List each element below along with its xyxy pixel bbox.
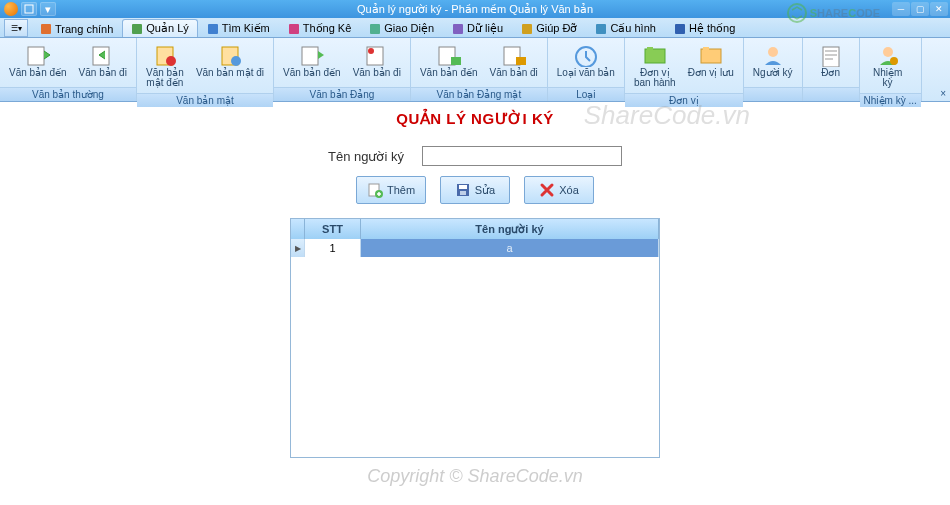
svg-point-13 (166, 56, 176, 66)
doc-icon (500, 43, 528, 67)
delete-icon (539, 182, 555, 198)
center-watermark: ShareCode.vn (584, 100, 750, 131)
ribbon-group: Văn bản đếnVăn bản điVăn bản Đảng mật (411, 38, 548, 101)
svg-point-31 (890, 57, 898, 65)
row-indicator-icon: ▶ (291, 239, 305, 257)
ribbon-group: Văn bảnmật đếnVăn bản mật điVăn bản mật (137, 38, 274, 101)
doc-icon (89, 43, 117, 67)
window-title: Quản lý người ký - Phần mềm Quản lý Văn … (357, 3, 593, 16)
svg-point-18 (368, 48, 374, 54)
tab-hệ-thống[interactable]: Hệ thống (665, 19, 744, 37)
tab-giúp-đỡ[interactable]: Giúp Đỡ (512, 19, 586, 37)
svg-rect-8 (596, 24, 606, 34)
ribbon-button[interactable]: Đơn (807, 40, 855, 81)
svg-rect-27 (703, 47, 709, 51)
svg-rect-9 (675, 24, 685, 34)
doc-icon (817, 43, 845, 67)
ribbon-group: Người ký (744, 38, 803, 101)
tab-icon (452, 23, 464, 35)
svg-point-28 (768, 47, 778, 57)
close-button[interactable]: ✕ (930, 2, 948, 16)
ribbon-button[interactable]: Văn bản đến (415, 40, 483, 81)
svg-rect-36 (459, 185, 467, 189)
ribbon-collapse-icon[interactable]: × (940, 88, 946, 99)
qat-dropdown[interactable]: ▾ (40, 2, 56, 16)
ribbon-button[interactable]: Văn bản đến (4, 40, 72, 81)
ribbon: Văn bản đếnVăn bản điVăn bản thườngVăn b… (0, 38, 950, 102)
ribbon-group: Đơn vịban hànhĐơn vị lưuĐơn vị (625, 38, 744, 101)
doc-icon (435, 43, 463, 67)
svg-rect-29 (823, 47, 839, 67)
ribbon-button[interactable]: Văn bản đi (485, 40, 543, 81)
name-label: Tên người ký (328, 149, 404, 164)
tab-quản-lý[interactable]: Quản Lý (122, 19, 197, 37)
tab-icon (521, 23, 533, 35)
name-input[interactable] (422, 146, 622, 166)
ribbon-button[interactable]: Đơn vịban hành (629, 40, 681, 91)
group-label (803, 87, 859, 101)
group-label: Văn bản thường (0, 87, 136, 101)
svg-rect-16 (302, 47, 318, 65)
grid-row[interactable]: ▶ 1 a (291, 239, 659, 257)
app-menu-button[interactable]: ☰▾ (4, 19, 28, 37)
grid-body-empty (291, 257, 659, 457)
doc-icon (363, 43, 391, 67)
ribbon-group: Văn bản đếnVăn bản điVăn bản Đảng (274, 38, 411, 101)
data-grid: STT Tên người ký ▶ 1 a (290, 218, 660, 458)
ribbon-group: NhiệmkỳNhiệm kỳ ... (860, 38, 922, 101)
ribbon-button[interactable]: Nhiệmkỳ (864, 40, 912, 91)
main-content: QUẢN LÝ NGƯỜI KÝ Tên người ký Thêm Sửa X… (0, 102, 950, 458)
doc-icon (641, 43, 669, 67)
svg-rect-3 (208, 24, 218, 34)
cell-stt[interactable]: 1 (305, 239, 361, 257)
ribbon-button[interactable]: Loại văn bản (552, 40, 620, 81)
tab-trang-chính[interactable]: Trang chính (31, 19, 122, 37)
col-stt[interactable]: STT (305, 219, 361, 239)
ribbon-group: Văn bản đếnVăn bản điVăn bản thường (0, 38, 137, 101)
ribbon-button[interactable]: Văn bản đến (278, 40, 346, 81)
doc-icon (572, 43, 600, 67)
grid-corner (291, 219, 305, 239)
ribbon-button[interactable]: Văn bản đi (74, 40, 132, 81)
edit-button[interactable]: Sửa (440, 176, 510, 204)
svg-rect-0 (25, 5, 33, 13)
tab-dữ-liệu[interactable]: Dữ liệu (443, 19, 512, 37)
svg-point-30 (883, 47, 893, 57)
delete-button[interactable]: Xóa (524, 176, 594, 204)
tab-icon (674, 23, 686, 35)
app-orb-icon[interactable] (4, 2, 18, 16)
svg-rect-37 (460, 191, 466, 195)
ribbon-button[interactable]: Văn bảnmật đến (141, 40, 189, 91)
ribbon-button[interactable]: Văn bản đi (348, 40, 406, 81)
tab-tìm-kiếm[interactable]: Tìm Kiếm (198, 19, 279, 37)
maximize-button[interactable]: ▢ (911, 2, 929, 16)
svg-rect-5 (370, 24, 380, 34)
button-row: Thêm Sửa Xóa (0, 176, 950, 204)
ribbon-button[interactable]: Đơn vị lưu (683, 40, 739, 81)
svg-rect-1 (41, 24, 51, 34)
tab-icon (131, 23, 143, 35)
tab-icon (595, 23, 607, 35)
cell-name[interactable]: a (361, 239, 659, 257)
svg-rect-22 (516, 57, 526, 65)
save-icon (455, 182, 471, 198)
form-row: Tên người ký (0, 146, 950, 166)
tab-thống-kê[interactable]: Thống Kê (279, 19, 361, 37)
svg-rect-26 (701, 49, 721, 63)
add-icon (367, 182, 383, 198)
svg-rect-25 (647, 47, 653, 51)
ribbon-button[interactable]: Văn bản mật đi (191, 40, 269, 81)
tab-cấu-hình[interactable]: Cấu hình (586, 19, 665, 37)
grid-header: STT Tên người ký (291, 219, 659, 239)
group-label: Văn bản Đảng mật (411, 87, 547, 101)
recycle-icon (786, 2, 808, 24)
add-button[interactable]: Thêm (356, 176, 426, 204)
minimize-button[interactable]: ─ (892, 2, 910, 16)
qat-button[interactable] (21, 2, 37, 16)
ribbon-button[interactable]: Người ký (748, 40, 798, 81)
tab-icon (207, 23, 219, 35)
tab-icon (40, 23, 52, 35)
tab-giao-diện[interactable]: Giao Diện (360, 19, 443, 37)
col-name[interactable]: Tên người ký (361, 219, 659, 239)
ribbon-group: Loại văn bảnLoại (548, 38, 625, 101)
